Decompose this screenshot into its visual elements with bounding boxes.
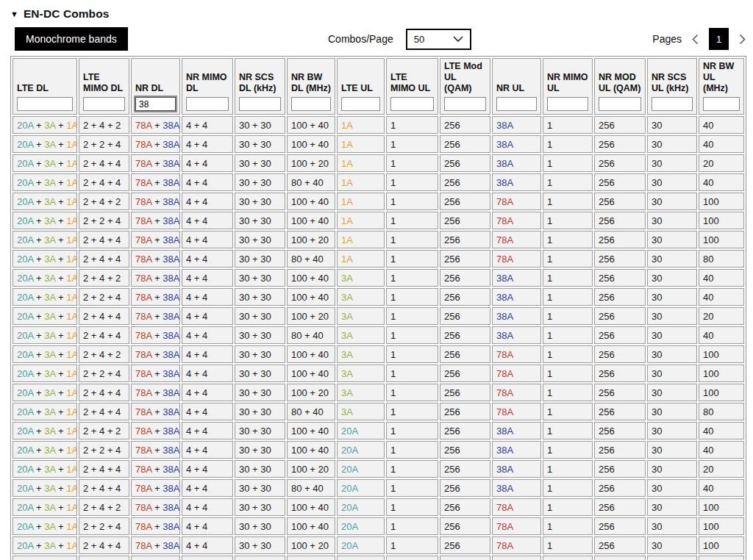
- lte_mod_ul-cell: 256: [440, 135, 490, 153]
- plus-separator: +: [151, 330, 163, 341]
- nr_dl-cell: 78A + 38A: [131, 422, 180, 439]
- table-row: 20A + 3A + 1A2 + 2 + 478A + 38A4 + 430 +…: [13, 365, 744, 382]
- lte_mimo_ul-cell: 1: [386, 441, 438, 459]
- filter-input-nr_mod_ul[interactable]: [599, 97, 641, 111]
- lte_ul-cell: 1A: [337, 231, 385, 248]
- filter-input-nr_bw_dl[interactable]: [291, 97, 331, 111]
- band-value: 1A: [66, 254, 77, 265]
- nr_scs_dl-cell: 30 + 30: [235, 135, 285, 153]
- band-value: 3A: [44, 483, 55, 494]
- table-row: 20A + 3A + 1A2 + 4 + 278A + 38A4 + 430 +…: [13, 498, 744, 516]
- filter-input-nr_scs_dl[interactable]: [239, 97, 281, 111]
- nr_bw_ul-cell: 20: [699, 154, 744, 172]
- lte_mimo_ul-cell: 1: [386, 269, 438, 287]
- nr_mimo_ul-cell: 1: [543, 498, 593, 516]
- nr_dl-cell: 78A + 38A: [131, 384, 180, 401]
- plus-separator: +: [151, 445, 163, 456]
- nr_mod_ul-cell: 256: [594, 154, 646, 172]
- lte_mod_ul-cell: 256: [440, 193, 490, 210]
- nr_mod_ul-cell: 256: [594, 288, 646, 306]
- section-header[interactable]: ▼ EN-DC Combos: [10, 7, 746, 21]
- monochrome-bands-button[interactable]: Monochrome bands: [15, 27, 128, 51]
- plus-separator: +: [151, 158, 163, 169]
- nr_dl-cell: 78A + 38A: [131, 556, 180, 560]
- nr_mod_ul-cell: 256: [594, 498, 646, 516]
- nr_dl-cell: 78A + 38A: [131, 365, 180, 382]
- nr_mimo_ul-cell: 1: [543, 422, 593, 439]
- filter-input-lte_mod_ul[interactable]: [444, 97, 486, 111]
- band-value: 3A: [341, 387, 353, 398]
- filter-input-nr_dl[interactable]: [135, 97, 176, 111]
- lte_dl-cell: 20A + 3A + 1A: [13, 498, 77, 516]
- table-row: 20A + 3A + 1A2 + 2 + 478A + 38A4 + 430 +…: [13, 288, 744, 306]
- nr_scs_dl-cell: 30 + 30: [235, 231, 285, 248]
- nr_bw_dl-cell: 100 + 20: [287, 460, 335, 478]
- plus-separator: +: [55, 521, 66, 532]
- combos-table: LTE DLLTE MIMO DLNR DLNR MIMO DLNR SCS D…: [10, 56, 746, 560]
- band-value: 20A: [17, 483, 33, 494]
- nr_scs_dl-cell: 30 + 30: [235, 517, 285, 535]
- column-header-nr_scs_dl: NR SCS DL (kHz): [235, 58, 285, 115]
- lte_dl-cell: 20A + 3A + 1A: [13, 479, 77, 497]
- combos-per-page-select[interactable]: 50: [406, 29, 471, 50]
- band-value: 1A: [66, 445, 77, 456]
- lte_mimo_dl-cell: 2 + 4 + 2: [79, 269, 129, 287]
- filter-input-nr_bw_ul[interactable]: [703, 97, 740, 111]
- nr_mimo_ul-cell: 1: [543, 231, 593, 248]
- band-value: 3A: [341, 273, 353, 284]
- band-value: 1A: [341, 196, 353, 207]
- band-value: 78A: [496, 502, 513, 513]
- prev-page-icon[interactable]: [692, 34, 699, 45]
- plus-separator: +: [55, 368, 66, 379]
- next-page-icon[interactable]: [739, 34, 746, 45]
- nr_ul-cell: 38A: [492, 173, 541, 191]
- filter-input-nr_mimo_ul[interactable]: [547, 97, 588, 111]
- lte_ul-cell: 1A: [337, 135, 385, 153]
- band-value: 38A: [163, 311, 179, 322]
- filter-input-lte_mimo_ul[interactable]: [390, 97, 434, 111]
- nr_ul-cell: 78A: [492, 365, 541, 382]
- band-value: 78A: [496, 349, 513, 360]
- collapse-triangle-icon[interactable]: ▼: [10, 10, 18, 18]
- lte_mimo_dl-cell: 2 + 4 + 4: [79, 154, 129, 172]
- nr_ul-cell: 38A: [492, 154, 541, 172]
- lte_mimo_dl-cell: 2 + 4 + 4: [79, 326, 129, 344]
- column-header-nr_scs_ul: NR SCS UL (kHz): [647, 58, 697, 115]
- filter-input-lte_mimo_dl[interactable]: [83, 97, 125, 111]
- nr_scs_dl-cell: 30 + 30: [235, 384, 285, 401]
- nr_mimo_ul-cell: 1: [543, 460, 593, 478]
- band-value: 38A: [163, 387, 179, 398]
- lte_ul-cell: 20A: [337, 441, 385, 459]
- filter-input-nr_scs_ul[interactable]: [652, 97, 693, 111]
- nr_scs_dl-cell: 30 + 30: [235, 307, 285, 325]
- column-label: NR MIMO DL: [186, 72, 229, 94]
- band-value: 78A: [135, 387, 151, 398]
- plus-separator: +: [151, 273, 163, 284]
- band-value: 20A: [17, 426, 33, 437]
- table-row: 20A + 3A + 1A2 + 4 + 278A + 38A4 + 430 +…: [13, 269, 744, 287]
- band-value: 1A: [66, 368, 77, 379]
- band-value: 3A: [44, 406, 55, 417]
- filter-input-nr_mimo_dl[interactable]: [186, 97, 229, 111]
- band-value: 1A: [341, 158, 353, 169]
- nr_mod_ul-cell: 256: [594, 212, 646, 229]
- filter-input-nr_ul[interactable]: [496, 97, 537, 111]
- nr_ul-cell: 38A: [492, 441, 541, 459]
- nr_mimo_dl-cell: 4 + 4: [182, 250, 233, 268]
- filter-input-lte_dl[interactable]: [17, 97, 73, 111]
- nr_bw_dl-cell: 100 + 40: [287, 269, 335, 287]
- filter-input-lte_ul[interactable]: [341, 97, 380, 111]
- nr_bw_dl-cell: 100 + 40: [287, 441, 335, 459]
- plus-separator: +: [55, 445, 66, 456]
- nr_dl-cell: 78A + 38A: [131, 154, 180, 172]
- table-row: 20A + 3A + 1A2 + 4 + 478A + 38A4 + 430 +…: [13, 154, 744, 172]
- band-value: 1A: [66, 330, 77, 341]
- band-value: 20A: [17, 464, 33, 475]
- band-value: 1A: [66, 177, 77, 188]
- nr_dl-cell: 78A + 38A: [131, 135, 180, 153]
- nr_scs_dl-cell: 30 + 30: [235, 116, 285, 134]
- nr_bw_dl-cell: 100 + 40: [287, 345, 335, 363]
- table-row: 20A + 3A + 1A2 + 2 + 478A + 38A4 + 430 +…: [13, 517, 744, 535]
- current-page-indicator[interactable]: 1: [709, 28, 729, 50]
- plus-separator: +: [55, 158, 66, 169]
